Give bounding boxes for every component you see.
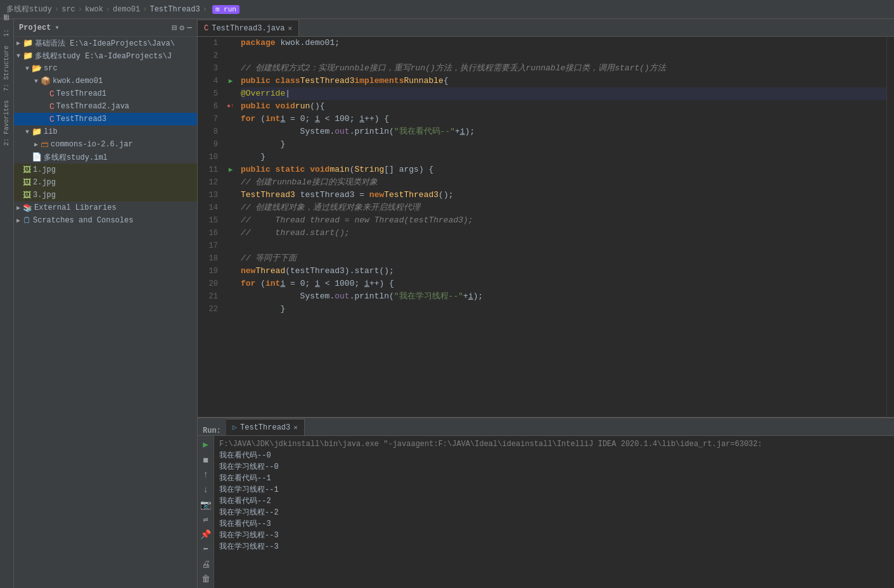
output-line-8: 我在学习线程--3 — [219, 530, 889, 541]
tree-item-iml[interactable]: 📄 多线程study.iml — [14, 151, 197, 163]
bottom-tab-run[interactable]: ▷ TestThread3 ✕ — [226, 419, 305, 435]
tree-item-commons-io[interactable]: ▶ 🗃 commons-io-2.6.jar — [14, 138, 197, 151]
code-line-11: public static void main(String[] args) { — [241, 163, 886, 176]
scroll-up-button[interactable]: ↑ — [200, 468, 212, 481]
tree-item-scratches[interactable]: ▶ 🗒 Scratches and Consoles — [14, 214, 197, 227]
camera-button[interactable]: 📷 — [200, 498, 212, 511]
code-line-15: // Thread thread = new Thread(testThread… — [241, 214, 886, 227]
breadcrumb-bar: 多线程study › src › kwok › demo01 › TestThr… — [0, 0, 894, 19]
tree-item-img2[interactable]: 🖼 2.jpg — [14, 176, 197, 189]
right-error-gutter — [886, 37, 894, 417]
tree-item-multi-thread[interactable]: ▼ 📁 多线程study E:\a-IdeaProjects\J — [14, 49, 197, 62]
side-icons: 1: 项目 7: Structure 2: Favorites — [0, 19, 14, 588]
tree-item-src[interactable]: ▼ 📂 src — [14, 62, 197, 75]
run-gutter-4[interactable]: ▶ — [223, 75, 238, 87]
scroll-down-button[interactable]: ↓ — [200, 483, 212, 496]
run-tab-label: TestThread3 — [240, 423, 290, 432]
output-line-1: 我在看代码--0 — [219, 450, 889, 461]
project-dropdown-icon[interactable]: ▾ — [54, 23, 59, 32]
trash-button[interactable]: 🗑 — [200, 573, 212, 585]
code-line-10: } — [241, 151, 886, 163]
code-line-9: } — [241, 138, 886, 151]
code-line-5: @Override| — [241, 87, 886, 100]
run-button[interactable]: ▶ — [200, 438, 212, 451]
output-line-5: 我在看代码--2 — [219, 495, 889, 507]
output-area: F:\JAVA\JDK\jdkinstall\bin\java.exe "-ja… — [214, 436, 894, 588]
tree-item-img1[interactable]: 🖼 1.jpg — [14, 163, 197, 176]
tree-item-kwok[interactable]: ▼ 📦 kwok.demo01 — [14, 75, 197, 87]
code-line-7: for (int i = 0; i < 100; i++) { — [241, 113, 886, 125]
side-panel-favorites[interactable]: 2: Favorites — [2, 96, 11, 150]
run-badge: m run — [212, 5, 239, 14]
editor-area: C TestThread3.java ✕ 1 2 3 4 5 6 7 — [198, 19, 894, 588]
editor-gutter: ▶ ●↑ ▶ — [223, 37, 238, 417]
tab-label: TestThread3.java — [212, 24, 284, 33]
project-label: Project — [19, 23, 51, 32]
tree-item-img3[interactable]: 🖼 3.jpg — [14, 189, 197, 201]
settings-icon[interactable]: ⚙ — [179, 23, 184, 33]
tab-java-icon: C — [204, 24, 208, 33]
tree-item-testthread3[interactable]: C TestThread3 — [14, 113, 197, 125]
restore-button[interactable]: ⬅ — [200, 543, 212, 556]
code-line-4: public class TestThread3 implements Runn… — [241, 75, 886, 87]
hide-icon[interactable]: — — [187, 23, 192, 33]
bottom-panel: Run: ▷ TestThread3 ✕ ▶ ◼ ↑ ↓ — [198, 417, 894, 588]
breadcrumb-item-4[interactable]: demo01 — [113, 5, 140, 14]
code-line-1: package kwok.demo01; — [241, 37, 886, 49]
tree-item-testthread2[interactable]: C TestThread2.java — [14, 100, 197, 113]
code-line-12: // 创建runnbale接口的实现类对象 — [241, 176, 886, 189]
breadcrumb-item-3[interactable]: kwok — [85, 5, 103, 14]
pin-button[interactable]: 📌 — [200, 528, 212, 541]
code-line-6: public void run(){ — [241, 100, 886, 113]
tree-item-testthread1[interactable]: C TestThread1 — [14, 87, 197, 100]
bottom-tabs: Run: ▷ TestThread3 ✕ — [198, 418, 894, 436]
output-line-4: 我在学习线程--1 — [219, 484, 889, 495]
bottom-content: ▶ ◼ ↑ ↓ 📷 ⇌ 📌 ⬅ 🖨 🗑 F:\JAVA\JD — [198, 436, 894, 588]
breadcrumb-item-5[interactable]: TestThread3 — [150, 5, 200, 14]
print-button[interactable]: 🖨 — [200, 558, 212, 571]
wrap-button[interactable]: ⇌ — [200, 513, 212, 526]
run-tab-icon: ▷ — [233, 423, 237, 432]
breadcrumb-item-2[interactable]: src — [61, 5, 75, 14]
run-label: Run: — [198, 426, 226, 435]
code-line-19: new Thread(testThread3).start(); — [241, 265, 886, 278]
code-line-13: TestThread3 testThread3 = new TestThread… — [241, 189, 886, 201]
breakpoint-indicator: ●↑ — [227, 100, 234, 113]
code-line-22: } — [241, 303, 886, 316]
code-line-2 — [241, 49, 886, 62]
line-numbers: 1 2 3 4 5 6 7 8 9 10 11 12 13 14 — [198, 37, 223, 417]
output-line-6: 我在学习线程--2 — [219, 507, 889, 518]
code-line-17 — [241, 240, 886, 252]
tab-close-button[interactable]: ✕ — [288, 24, 292, 32]
output-command: F:\JAVA\JDK\jdkinstall\bin\java.exe "-ja… — [219, 438, 889, 450]
output-line-3: 我在看代码--1 — [219, 473, 889, 484]
tree-item-lib[interactable]: ▼ 📁 lib — [14, 125, 197, 138]
breadcrumb-item-1[interactable]: 多线程study — [6, 4, 52, 15]
output-line-7: 我在看代码--3 — [219, 518, 889, 530]
tree-item-base-syntax[interactable]: ▶ 📁 基础语法 E:\a-IdeaProjects\Java\ — [14, 37, 197, 49]
editor-tabs: C TestThread3.java ✕ — [198, 19, 894, 37]
code-line-3: // 创建线程方式2：实现runnble接口，重写run()方法，执行线程需要丢… — [241, 62, 886, 75]
run-tab-close[interactable]: ✕ — [293, 423, 298, 431]
code-editor[interactable]: 1 2 3 4 5 6 7 8 9 10 11 12 13 14 — [198, 37, 894, 417]
run-toolbar: ▶ ◼ ↑ ↓ 📷 ⇌ 📌 ⬅ 🖨 🗑 — [198, 436, 214, 588]
code-lines[interactable]: package kwok.demo01; // 创建线程方式2：实现runnbl… — [238, 37, 886, 417]
stop-button[interactable]: ◼ — [200, 454, 212, 466]
run-gutter-11[interactable]: ▶ — [223, 163, 238, 176]
code-line-16: // thread.start(); — [241, 227, 886, 240]
output-line-2: 我在学习线程--0 — [219, 461, 889, 473]
code-line-21: System.out.println("我在学习线程--"+i); — [241, 290, 886, 303]
sidebar-header: Project ▾ ⊟ ⚙ — — [14, 19, 197, 37]
code-line-14: // 创建线程对象，通过线程对象来开启线程代理 — [241, 201, 886, 214]
code-line-8: System.out.println("我在看代码--"+i); — [241, 125, 886, 138]
output-line-9: 我在学习线程--3 — [219, 541, 889, 553]
tree-item-ext-libs[interactable]: ▶ 📚 External Libraries — [14, 201, 197, 214]
side-panel-structure[interactable]: 7: Structure — [2, 42, 11, 95]
code-line-20: for (int i = 0; i < 1000; i++) { — [241, 278, 886, 290]
code-line-18: // 等同于下面 — [241, 252, 886, 265]
collapse-all-icon[interactable]: ⊟ — [172, 23, 177, 33]
editor-tab-testthread3[interactable]: C TestThread3.java ✕ — [198, 20, 299, 36]
side-panel-1[interactable]: 1: 项目 — [1, 22, 13, 41]
project-sidebar: Project ▾ ⊟ ⚙ — ▶ 📁 基础语法 E:\a-IdeaProjec… — [14, 19, 198, 588]
